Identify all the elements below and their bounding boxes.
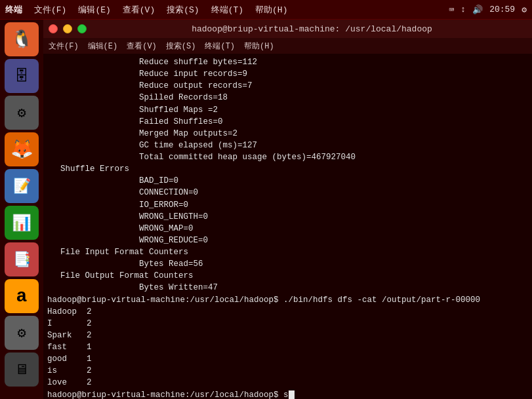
menu-bar-search[interactable]: 搜索(S) <box>166 41 196 52</box>
terminal-content[interactable]: Reduce shuffle bytes=112Reduce input rec… <box>43 54 532 399</box>
menu-search[interactable]: 搜索(S) <box>167 4 199 16</box>
menu-bar-terminal[interactable]: 终端(T) <box>205 41 235 52</box>
output-line: Shuffle Errors <box>47 163 528 175</box>
system-bar-right: ⌨ ↕ 🔊 20:59 ⚙ <box>449 5 527 15</box>
word-count-line: is 2 <box>47 365 528 377</box>
output-line: GC time elapsed (ms)=127 <box>47 140 528 151</box>
output-line: BAD_ID=0 <box>47 175 528 187</box>
settings-icon[interactable]: ⚙ <box>522 5 527 15</box>
menu-help[interactable]: 帮助(H) <box>255 4 287 16</box>
cursor <box>289 390 295 400</box>
keyboard-icon: ⌨ <box>449 5 455 15</box>
output-line: Bytes Read=56 <box>47 258 528 270</box>
time-display: 20:59 <box>489 5 515 14</box>
output-line: WRONG_MAP=0 <box>47 223 528 235</box>
sidebar-icon-ubuntu[interactable]: 🐧 <box>5 22 39 56</box>
network-icon: ↕ <box>460 5 466 14</box>
system-bar-left: 终端 文件(F) 编辑(E) 查看(V) 搜索(S) 终端(T) 帮助(H) <box>5 4 287 16</box>
menu-bar-view[interactable]: 查看(V) <box>127 41 157 52</box>
menu-bar-file[interactable]: 文件(F) <box>49 41 79 52</box>
output-line: Reduce output records=7 <box>47 80 528 92</box>
output-line: File Output Format Counters <box>47 270 528 282</box>
terminal-title: hadoop@briup-virtual-machine: /usr/local… <box>97 24 527 34</box>
menu-bar-help[interactable]: 帮助(H) <box>244 41 274 52</box>
minimize-button[interactable] <box>63 24 72 33</box>
output-line: Spilled Records=18 <box>47 92 528 104</box>
terminal-menubar: 文件(F) 编辑(E) 查看(V) 搜索(S) 终端(T) 帮助(H) <box>43 38 532 54</box>
sidebar-icon-settings[interactable]: ⚙ <box>5 96 39 130</box>
terminal-window: hadoop@briup-virtual-machine: /usr/local… <box>43 20 532 399</box>
word-count-line: Spark 2 <box>47 330 528 341</box>
menu-terminal[interactable]: 终端(T) <box>211 4 243 16</box>
output-line: File Input Format Counters <box>47 246 528 258</box>
output-line: Reduce input records=9 <box>47 68 528 80</box>
output-line: Reduce shuffle bytes=112 <box>47 56 528 68</box>
terminal-titlebar: hadoop@briup-virtual-machine: /usr/local… <box>43 20 532 38</box>
close-button[interactable] <box>49 24 58 33</box>
word-count-line: I 2 <box>47 318 528 330</box>
output-line: WRONG_LENGTH=0 <box>47 211 528 223</box>
menu-bar-edit[interactable]: 编辑(E) <box>88 41 118 52</box>
output-line: WRONG_REDUCE=0 <box>47 235 528 246</box>
sidebar-icon-firefox[interactable]: 🦊 <box>5 132 39 166</box>
word-count-line: good 1 <box>47 353 528 365</box>
output-line: Merged Map outputs=2 <box>47 128 528 140</box>
output-line: CONNECTION=0 <box>47 187 528 199</box>
system-bar: 终端 文件(F) 编辑(E) 查看(V) 搜索(S) 终端(T) 帮助(H) ⌨… <box>0 0 532 20</box>
word-count-line: love 2 <box>47 377 528 389</box>
sidebar-icon-gear[interactable]: ⚙ <box>5 316 39 350</box>
sound-icon: 🔊 <box>472 5 483 15</box>
sidebar-icon-present[interactable]: 📑 <box>5 242 39 276</box>
command-line: hadoop@briup-virtual-machine:/usr/local/… <box>47 294 528 306</box>
word-count-line: fast 1 <box>47 341 528 353</box>
sidebar-icon-amazon[interactable]: a <box>5 279 39 313</box>
menu-edit[interactable]: 编辑(E) <box>78 4 110 16</box>
output-line: Bytes Written=47 <box>47 282 528 294</box>
output-line: Failed Shuffles=0 <box>47 116 528 128</box>
word-count-line: Hadoop 2 <box>47 306 528 318</box>
app-name: 终端 <box>5 4 22 16</box>
sidebar-icon-files[interactable]: 🗄 <box>5 59 39 93</box>
sidebar-icon-calc[interactable]: 📊 <box>5 206 39 240</box>
sidebar-icon-monitor[interactable]: 🖥 <box>5 352 39 387</box>
menu-file[interactable]: 文件(F) <box>34 4 66 16</box>
output-line: Shuffled Maps =2 <box>47 104 528 116</box>
maximize-button[interactable] <box>77 24 87 33</box>
output-line: IO_ERROR=0 <box>47 199 528 211</box>
sidebar-icon-text[interactable]: 📝 <box>5 169 39 203</box>
sidebar: 🐧 🗄 ⚙ 🦊 📝 📊 📑 a ⚙ 🖥 <box>0 20 43 399</box>
output-line: Total committed heap usage (bytes)=46792… <box>47 151 528 163</box>
prompt-line: hadoop@briup-virtual-machine:/usr/local/… <box>47 389 528 400</box>
menu-view[interactable]: 查看(V) <box>123 4 155 16</box>
